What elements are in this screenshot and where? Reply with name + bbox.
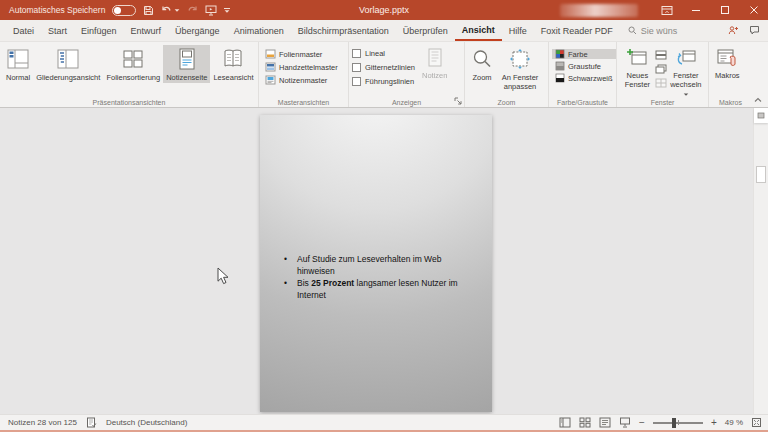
tab-entwurf[interactable]: Entwurf (124, 20, 169, 41)
scroll-up-button[interactable] (754, 108, 768, 123)
color-button[interactable]: Farbe (552, 49, 616, 59)
account-name-blurred[interactable] (560, 4, 638, 17)
guides-checkbox[interactable]: Führungslinien (352, 77, 415, 86)
group-fenster: Neues Fenster Fenster wechseln Fenster (616, 42, 708, 107)
tell-me-search[interactable]: Sie wüns (628, 20, 678, 41)
handout-master-icon (265, 62, 276, 72)
fit-slide-to-window-icon[interactable] (751, 417, 762, 428)
macros-button[interactable]: Makros (712, 45, 743, 81)
language-indicator[interactable]: Deutsch (Deutschland) (106, 418, 187, 427)
save-icon[interactable] (143, 5, 154, 16)
notes-page[interactable]: • Auf Studie zum Leseverhalten im Web hi… (260, 115, 492, 412)
zoom-in-button[interactable]: + (711, 417, 717, 428)
zoom-slider[interactable] (653, 418, 703, 428)
ruler-checkbox[interactable]: Lineal (352, 49, 415, 58)
group-farbe-graustufe: Farbe Graustufe Schwarzweiß Farbe/Graust… (548, 42, 616, 107)
ribbon: Normal Gliederungsansicht Foliensortieru… (0, 42, 768, 108)
title-bar: Automatisches Speichern Vorlage.pptx (0, 0, 768, 20)
autosave-toggle[interactable] (112, 5, 136, 16)
group-label: Fenster (617, 99, 708, 106)
share-icon[interactable] (728, 25, 739, 36)
undo-button[interactable] (161, 5, 180, 16)
start-presentation-icon[interactable] (205, 5, 217, 16)
zoom-level[interactable]: 49 % (725, 418, 743, 427)
notes-icon (426, 48, 444, 68)
vertical-scrollbar[interactable] (753, 108, 768, 414)
editing-canvas[interactable]: • Auf Studie zum Leseverhalten im Web hi… (0, 108, 768, 414)
status-slide-sorter-icon[interactable] (579, 417, 591, 428)
zoom-slider-thumb[interactable] (672, 418, 676, 428)
tab-bildschirmpraesentation[interactable]: Bildschirmpräsentation (291, 20, 396, 41)
tab-foxit-reader-pdf[interactable]: Foxit Reader PDF (534, 20, 620, 41)
mouse-cursor (217, 267, 229, 285)
notes-bullet-1: • Auf Studie zum Leseverhalten im Web hi… (284, 253, 466, 277)
slide-sorter-icon (121, 48, 145, 70)
zoom-icon (471, 48, 493, 70)
slide-sorter-button[interactable]: Foliensortierung (103, 45, 163, 83)
move-split-icon (655, 78, 667, 88)
group-masteransichten: Folienmaster Handzettelmaster Notizenmas… (258, 42, 348, 107)
notes-bullet-2: • Bis 25 Prozent langsamer lesen Nutzer … (284, 277, 466, 301)
slide-master-button[interactable]: Folienmaster (262, 49, 341, 59)
scrollbar-thumb[interactable] (756, 166, 766, 183)
search-icon (628, 26, 637, 35)
tab-datei[interactable]: Datei (6, 20, 41, 41)
cascade-icon[interactable] (655, 64, 667, 74)
status-normal-view-icon[interactable] (559, 417, 571, 428)
handout-master-button[interactable]: Handzettelmaster (262, 62, 341, 72)
group-label: Zoom (465, 99, 548, 106)
tab-animationen[interactable]: Animationen (227, 20, 291, 41)
collapse-ribbon-icon[interactable] (753, 96, 763, 104)
switch-window-button[interactable]: Fenster wechseln (667, 45, 705, 99)
reading-view-icon (221, 48, 245, 70)
checkbox-icon (352, 63, 361, 72)
notes-text-block[interactable]: • Auf Studie zum Leseverhalten im Web hi… (284, 253, 466, 301)
tab-ueberpruefen[interactable]: Überprüfen (396, 20, 455, 41)
group-label: Präsentationsansichten (0, 99, 258, 106)
checkbox-icon (352, 77, 361, 86)
group-zoom: Zoom An Fenster anpassen Zoom (464, 42, 548, 107)
status-slideshow-icon[interactable] (619, 417, 631, 428)
grayscale-button[interactable]: Graustufe (552, 61, 616, 71)
tab-start[interactable]: Start (41, 20, 74, 41)
switch-window-icon (675, 48, 697, 68)
new-window-icon (626, 48, 648, 68)
macros-icon (716, 48, 738, 68)
close-button[interactable] (739, 0, 768, 20)
dropdown-caret-icon (684, 93, 689, 95)
search-text: Sie wüns (641, 26, 678, 36)
slide-number-indicator[interactable]: Notizen 28 von 125 (8, 418, 77, 427)
status-reading-view-icon[interactable] (599, 417, 611, 428)
gridlines-checkbox[interactable]: Gitternetzlinien (352, 63, 415, 72)
zoom-button[interactable]: Zoom (468, 45, 496, 83)
group-label: Makros (709, 99, 752, 106)
qat-customize-icon[interactable] (224, 8, 230, 13)
ribbon-display-options-icon[interactable] (652, 0, 681, 20)
fit-to-window-button[interactable]: An Fenster anpassen (496, 45, 544, 92)
tab-hilfe[interactable]: Hilfe (502, 20, 534, 41)
zoom-out-button[interactable]: − (639, 417, 645, 428)
normal-view-icon (6, 48, 30, 70)
maximize-button[interactable] (710, 0, 739, 20)
notes-master-icon (265, 75, 276, 85)
minimize-button[interactable] (681, 0, 710, 20)
outline-view-button[interactable]: Gliederungsansicht (33, 45, 103, 83)
redo-icon (187, 5, 198, 16)
reading-view-button[interactable]: Leseansicht (210, 45, 256, 83)
undo-caret-icon[interactable] (175, 9, 180, 11)
comments-icon[interactable] (749, 25, 760, 36)
tab-uebergaenge[interactable]: Übergänge (168, 20, 227, 41)
spellcheck-icon[interactable] (86, 417, 97, 428)
notes-master-button[interactable]: Notizenmaster (262, 75, 341, 85)
group-praesentationsansichten: Normal Gliederungsansicht Foliensortieru… (0, 42, 258, 107)
group-anzeigen: Lineal Gitternetzlinien Führungslinien N… (348, 42, 464, 107)
tab-ansicht[interactable]: Ansicht (455, 20, 502, 41)
black-white-button[interactable]: Schwarzweiß (552, 73, 616, 83)
notes-page-button[interactable]: Notizenseite (163, 45, 210, 83)
normal-view-button[interactable]: Normal (3, 45, 33, 83)
group-label: Masteransichten (259, 99, 348, 106)
tab-einfuegen[interactable]: Einfügen (74, 20, 124, 41)
arrange-all-icon[interactable] (655, 50, 667, 60)
new-window-button[interactable]: Neues Fenster (620, 45, 655, 90)
fit-window-icon (509, 48, 531, 70)
